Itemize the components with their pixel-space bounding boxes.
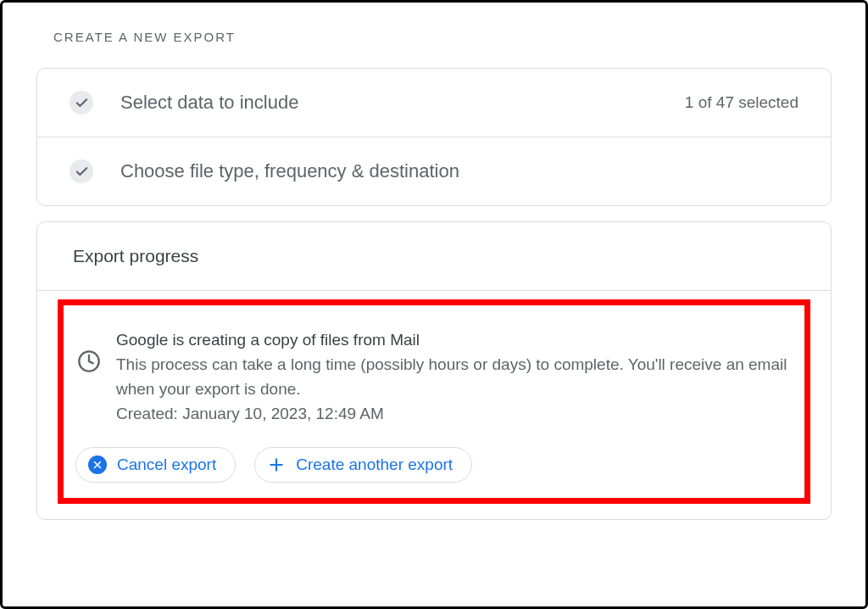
step-meta: 1 of 47 selected <box>685 93 798 112</box>
export-status-row: Google is creating a copy of files from … <box>72 331 796 447</box>
annotation-highlight: Google is creating a copy of files from … <box>58 299 810 504</box>
clock-icon <box>77 331 101 377</box>
step-file-type[interactable]: Choose file type, frequency & destinatio… <box>37 137 831 205</box>
progress-card: Export progress Google is creating a cop… <box>36 221 832 520</box>
status-text: Google is creating a copy of files from … <box>116 331 791 423</box>
check-icon <box>70 91 93 115</box>
status-description: This process can take a long time (possi… <box>116 353 791 401</box>
progress-header: Export progress <box>37 222 831 291</box>
check-icon <box>70 159 93 183</box>
cancel-export-label: Cancel export <box>117 455 216 474</box>
status-created: Created: January 10, 2023, 12:49 AM <box>116 405 791 423</box>
create-another-label: Create another export <box>296 455 453 474</box>
button-row: Cancel export Create another export <box>72 447 796 483</box>
cancel-export-button[interactable]: Cancel export <box>75 447 236 483</box>
step-title: Choose file type, frequency & destinatio… <box>120 160 798 182</box>
cancel-icon <box>88 455 107 474</box>
create-another-export-button[interactable]: Create another export <box>254 447 472 483</box>
steps-card: Select data to include 1 of 47 selected … <box>36 68 832 206</box>
status-title: Google is creating a copy of files from … <box>116 331 791 349</box>
page-heading: CREATE A NEW EXPORT <box>53 30 850 44</box>
step-title: Select data to include <box>120 92 658 114</box>
plus-icon <box>267 455 286 474</box>
step-select-data[interactable]: Select data to include 1 of 47 selected <box>37 69 831 137</box>
